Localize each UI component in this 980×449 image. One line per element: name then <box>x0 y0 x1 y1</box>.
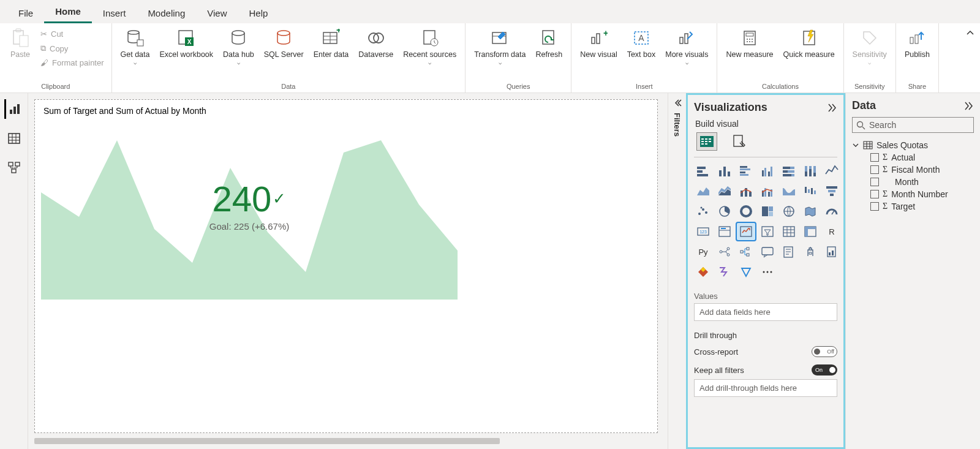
report-page[interactable]: Sum of Target and Sum of Actual by Month… <box>34 99 658 433</box>
report-canvas[interactable]: Sum of Target and Sum of Actual by Month… <box>28 93 668 449</box>
canvas-scrollbar[interactable] <box>34 437 668 445</box>
viz-line-clustered-col[interactable] <box>758 183 777 200</box>
viz-qna[interactable] <box>758 243 777 260</box>
field-month-number[interactable]: ΣMonth Number <box>852 188 974 200</box>
data-view-button[interactable] <box>4 129 24 148</box>
svg-point-8 <box>232 31 244 36</box>
tab-file[interactable]: File <box>7 3 44 23</box>
sensitivity-button[interactable]: Sensitivity⌵ <box>849 26 891 69</box>
more-visuals-button[interactable]: More visuals⌵ <box>662 26 712 69</box>
viz-r[interactable]: R <box>823 223 841 240</box>
viz-power-apps[interactable] <box>694 263 712 281</box>
viz-azure-map[interactable] <box>737 263 755 281</box>
drill-through-label: Drill through <box>694 331 837 340</box>
viz-card[interactable]: 123 <box>694 223 712 240</box>
new-visual-button[interactable]: +New visual <box>576 26 620 62</box>
kpi-visual[interactable]: Sum of Target and Sum of Actual by Month… <box>41 105 458 295</box>
collapse-icon[interactable] <box>963 100 974 111</box>
viz-table[interactable] <box>780 223 798 240</box>
viz-scatter[interactable] <box>694 203 712 220</box>
tab-home[interactable]: Home <box>44 1 92 23</box>
model-view-button[interactable] <box>4 158 24 178</box>
viz-area[interactable] <box>694 183 712 200</box>
viz-stacked-column[interactable] <box>715 162 734 179</box>
viz-smart-narrative[interactable] <box>780 243 798 260</box>
viz-matrix[interactable] <box>801 223 820 240</box>
ribbon-group-insert: +New visual AText box More visuals⌵ Inse… <box>571 23 717 92</box>
viz-paginated[interactable] <box>823 243 841 260</box>
viz-decomposition[interactable] <box>737 243 755 260</box>
viz-clustered-column[interactable] <box>758 162 777 179</box>
collapse-ribbon-button[interactable] <box>964 27 976 39</box>
quick-measure-button[interactable]: Quick measure <box>780 26 839 62</box>
paste-button[interactable]: Paste <box>5 26 36 62</box>
viz-100-column[interactable] <box>801 162 820 179</box>
enter-data-button[interactable]: +Enter data <box>310 26 353 62</box>
refresh-button[interactable]: Refresh <box>532 26 566 62</box>
viz-treemap[interactable] <box>758 203 777 220</box>
svg-point-9 <box>277 31 290 36</box>
field-month[interactable]: Month <box>852 176 974 188</box>
viz-line-stacked-col[interactable] <box>737 183 755 200</box>
values-well[interactable]: Add data fields here <box>694 303 837 321</box>
dataverse-button[interactable]: Dataverse <box>355 26 397 62</box>
cut-button[interactable]: ✂Cut <box>38 28 107 40</box>
publish-button[interactable]: Publish <box>901 26 933 62</box>
tab-view[interactable]: View <box>196 3 238 23</box>
viz-python[interactable]: Py <box>694 243 712 260</box>
viz-power-automate[interactable] <box>715 263 734 281</box>
cross-report-toggle[interactable]: Off <box>812 346 837 357</box>
group-label-insert: Insert <box>576 81 712 92</box>
viz-clustered-bar[interactable] <box>737 162 755 179</box>
datahub-button[interactable]: Data hub⌵ <box>219 26 258 69</box>
table-sales-quotas[interactable]: Sales Quotas <box>852 139 974 151</box>
tab-insert[interactable]: Insert <box>92 3 137 23</box>
database-icon <box>126 28 145 48</box>
svg-rect-86 <box>813 173 816 176</box>
viz-map[interactable] <box>780 203 798 220</box>
filters-pane-collapsed[interactable]: Filters <box>668 93 686 449</box>
collapse-icon[interactable] <box>826 102 837 113</box>
transform-data-button[interactable]: Transform data⌵ <box>470 26 529 69</box>
viz-pie[interactable] <box>715 203 734 220</box>
svg-rect-66 <box>728 172 730 176</box>
format-visual-tab[interactable] <box>729 132 750 151</box>
keep-filters-toggle[interactable]: On <box>812 364 837 375</box>
sql-button[interactable]: SQL Server <box>260 26 307 62</box>
get-data-button[interactable]: Get data⌵ <box>117 26 154 69</box>
viz-more[interactable] <box>758 263 777 281</box>
svg-rect-67 <box>740 166 747 168</box>
viz-line[interactable] <box>823 162 841 179</box>
tab-help[interactable]: Help <box>238 3 279 23</box>
field-fiscal-month[interactable]: ΣFiscal Month <box>852 164 974 176</box>
format-painter-button[interactable]: 🖌Format painter <box>38 57 107 69</box>
viz-multirow-card[interactable] <box>715 223 734 240</box>
viz-stacked-bar[interactable] <box>694 162 712 179</box>
excel-button[interactable]: XExcel workbook <box>156 26 217 62</box>
copy-button[interactable]: ⧉Copy <box>38 42 107 55</box>
report-view-button[interactable] <box>4 99 24 119</box>
drill-well[interactable]: Add drill-through fields here <box>694 379 837 397</box>
viz-stacked-area[interactable] <box>715 183 734 200</box>
tab-modeling[interactable]: Modeling <box>137 3 196 23</box>
field-actual[interactable]: ΣActual <box>852 151 974 164</box>
search-input[interactable]: Search <box>852 117 974 133</box>
build-visual-tab[interactable] <box>696 132 717 151</box>
viz-key-influencers[interactable] <box>715 243 734 260</box>
viz-funnel[interactable] <box>823 183 841 200</box>
viz-100-bar[interactable] <box>780 162 798 179</box>
viz-waterfall[interactable] <box>801 183 820 200</box>
viz-donut[interactable] <box>737 203 755 220</box>
recent-sources-button[interactable]: Recent sources⌵ <box>399 26 460 69</box>
viz-gauge[interactable] <box>823 203 841 220</box>
viz-ribbon[interactable] <box>780 183 798 200</box>
viz-goals[interactable] <box>801 243 820 260</box>
svg-rect-107 <box>762 206 768 216</box>
viz-kpi[interactable] <box>737 223 755 240</box>
viz-slicer[interactable] <box>758 223 777 240</box>
text-box-button[interactable]: AText box <box>624 26 660 62</box>
new-measure-button[interactable]: New measure <box>722 26 777 62</box>
svg-point-36 <box>752 41 753 42</box>
viz-filled-map[interactable] <box>801 203 820 220</box>
field-target[interactable]: ΣTarget <box>852 200 974 213</box>
